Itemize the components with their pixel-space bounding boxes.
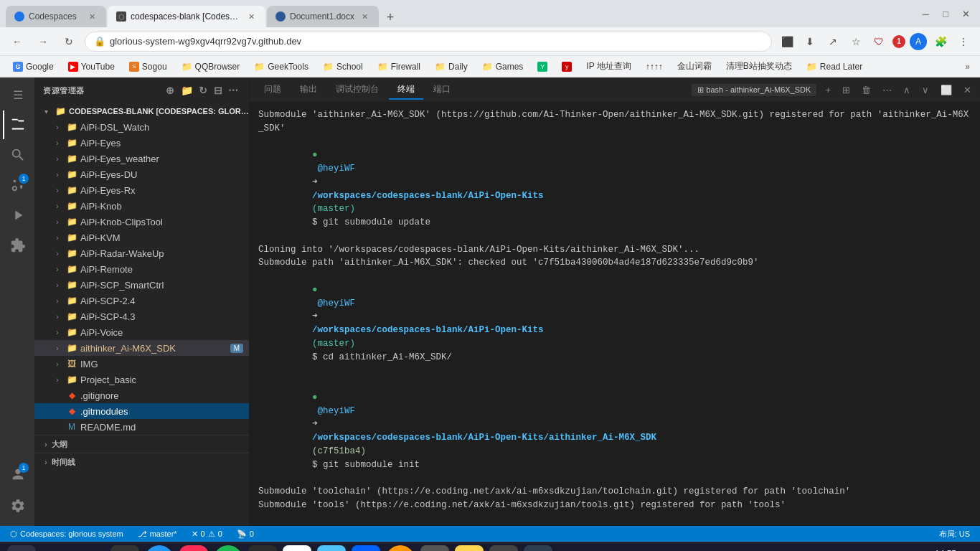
activity-settings-icon[interactable] xyxy=(3,491,32,520)
timeline-header[interactable]: › 时间线 xyxy=(34,453,249,471)
bookmark-firewall[interactable]: 📁 Firewall xyxy=(372,60,426,74)
bookmark-daily[interactable]: 📁 Daily xyxy=(429,60,473,74)
kill-terminal-btn[interactable]: 🗑 xyxy=(859,83,874,97)
bookmarks-more-button[interactable]: » xyxy=(962,60,973,73)
taskbar-spotify[interactable] xyxy=(214,545,242,552)
menu-icon[interactable]: ⋮ xyxy=(954,32,973,51)
tab-terminal[interactable]: 终端 xyxy=(389,80,423,100)
tab-vscode[interactable]: ⬡ codespaces-blank [Codespaces: glorious… xyxy=(108,6,265,27)
activity-menu-icon[interactable]: ☰ xyxy=(3,80,32,109)
tree-folder-kvm[interactable]: › 📁 AiPi-KVM xyxy=(34,230,249,245)
activity-explorer-icon[interactable] xyxy=(3,110,32,139)
taskbar-music[interactable]: 🎵 xyxy=(179,545,208,552)
bookmark-sogou[interactable]: S Sogou xyxy=(123,60,173,74)
taskbar-start-button[interactable] xyxy=(7,545,36,552)
shield-icon[interactable]: 🛡 xyxy=(870,32,888,51)
tree-folder-voice[interactable]: › 📁 AiPi-Voice xyxy=(34,324,249,340)
maximize-button[interactable]: □ xyxy=(937,5,954,22)
taskbar-chrome[interactable] xyxy=(42,545,70,552)
taskbar-figma[interactable]: F xyxy=(248,545,277,552)
activity-extensions-icon[interactable] xyxy=(3,231,32,260)
locale-status[interactable]: 布局: US xyxy=(936,529,973,540)
taskbar-nautilus[interactable]: 🗂 xyxy=(455,545,484,552)
tree-folder-dsl[interactable]: › 📁 AiPi-DSL_Watch xyxy=(34,119,249,135)
bookmark-readlater[interactable]: 📁 Read Later xyxy=(801,60,868,74)
more-options-icon[interactable]: ⋯ xyxy=(227,83,240,98)
maximize-panel-btn[interactable]: ⬜ xyxy=(938,83,955,97)
address-field[interactable]: 🔒 glorious-system-wg9xgv4qrr92vg7v.githu… xyxy=(85,32,772,52)
taskbar-clock[interactable]: 14:55 Nov 10 xyxy=(933,548,956,551)
minimize-button[interactable]: ─ xyxy=(917,5,934,22)
branch-status[interactable]: ⎇ master* xyxy=(135,529,180,539)
tree-folder-eyes-weather[interactable]: › 📁 AiPi-Eyes_weather xyxy=(34,151,249,166)
shell-label[interactable]: ⊞ bash - aithinker_Ai-M6X_SDK xyxy=(692,84,816,96)
tab-close-btn-3[interactable]: ✕ xyxy=(359,11,370,22)
bookmark-arrows[interactable]: ↑↑↑↑ xyxy=(640,60,669,74)
bookmark-geektools[interactable]: 📁 GeekTools xyxy=(248,60,314,74)
tree-folder-scp-smart[interactable]: › 📁 AiPi-SCP_SmartCtrl xyxy=(34,277,249,293)
bookmark-qqbrowser[interactable]: 📁 QQBrowser xyxy=(176,60,246,74)
tree-folder-sdk[interactable]: › 📁 aithinker_Ai-M6X_SDK M xyxy=(34,340,249,356)
tree-file-gitmodules[interactable]: ◆ .gitmodules xyxy=(34,403,249,419)
close-button[interactable]: ✕ xyxy=(957,5,974,22)
tree-folder-eyes-du[interactable]: › 📁 AiPi-Eyes-DU xyxy=(34,166,249,182)
tree-folder-project[interactable]: › 📁 Project_basic xyxy=(34,372,249,387)
tab-output[interactable]: 输出 xyxy=(291,80,326,100)
new-folder-icon[interactable]: 📁 xyxy=(179,83,195,98)
bookmark-google[interactable]: G Google xyxy=(7,60,60,74)
activity-search-icon[interactable] xyxy=(3,141,32,169)
tab-ports[interactable]: 端口 xyxy=(425,80,459,100)
scroll-up-btn[interactable]: ∧ xyxy=(900,83,913,97)
bookmark-icon[interactable]: ☆ xyxy=(847,32,865,51)
tree-folder-img[interactable]: › 🖼 IMG xyxy=(34,356,249,372)
terminal-more-btn[interactable]: ⋯ xyxy=(880,83,895,97)
taskbar-notion[interactable]: N xyxy=(283,545,311,552)
bookmark-ip[interactable]: IP 地址查询 xyxy=(580,58,636,75)
bookmark-yuque[interactable]: Y xyxy=(532,60,553,74)
activity-account-icon[interactable]: 1 xyxy=(3,460,32,489)
tree-folder-scp43[interactable]: › 📁 AiPi-SCP-4.3 xyxy=(34,309,249,324)
new-file-icon[interactable]: ⊕ xyxy=(164,83,176,98)
refresh-icon[interactable]: ↻ xyxy=(197,83,209,98)
extensions-icon[interactable]: 🧩 xyxy=(931,32,950,51)
new-tab-button[interactable]: + xyxy=(380,7,400,27)
bookmark-school[interactable]: 📁 School xyxy=(317,60,369,74)
back-button[interactable]: ← xyxy=(7,32,27,52)
tree-folder-knob[interactable]: › 📁 AiPi-Knob xyxy=(34,198,249,214)
cast-icon[interactable]: ⬛ xyxy=(778,32,796,51)
close-panel-btn[interactable]: ✕ xyxy=(961,83,974,97)
tab-close-btn-2[interactable]: ✕ xyxy=(245,11,257,22)
errors-status[interactable]: ✕ 0 ⚠ 0 xyxy=(189,529,225,539)
activity-run-icon[interactable] xyxy=(3,201,32,230)
split-editor-btn[interactable]: ⊞ xyxy=(839,83,853,97)
bookmark-youtube[interactable]: ▶ YouTube xyxy=(62,60,121,74)
tree-folder-remote[interactable]: › 📁 AiPi-Remote xyxy=(34,261,249,277)
bookmark-clean[interactable]: 清理B站抽奖动态 xyxy=(720,58,798,75)
tree-folder-eyes[interactable]: › 📁 AiPi-Eyes xyxy=(34,135,249,151)
remote-indicator[interactable]: ⬡ Codespaces: glorious system xyxy=(7,529,126,539)
taskbar-more[interactable]: » xyxy=(420,545,449,552)
taskbar-dropbox[interactable]: ☁ xyxy=(352,545,380,552)
terminal-body[interactable]: Submodule 'aithinker_Ai-M6X_SDK' (https:… xyxy=(250,103,980,526)
remote-status[interactable]: 📡 0 xyxy=(234,529,257,539)
tab-close-btn[interactable]: ✕ xyxy=(86,11,98,22)
tree-folder-scp24[interactable]: › 📁 AiPi-SCP-2.4 xyxy=(34,293,249,309)
tree-file-gitignore[interactable]: ◆ .gitignore xyxy=(34,387,249,403)
activity-source-control-icon[interactable]: 1 xyxy=(3,171,32,199)
bookmark-y[interactable]: y xyxy=(556,60,578,74)
taskbar-files[interactable]: 📁 xyxy=(76,545,105,552)
taskbar-screenshot[interactable]: 📸 xyxy=(489,545,518,552)
taskbar-keyboard[interactable]: ⌨ xyxy=(524,545,552,552)
taskbar-telegram[interactable] xyxy=(145,545,174,552)
scroll-down-btn[interactable]: ∨ xyxy=(919,83,932,97)
profile-icon[interactable]: A xyxy=(910,33,927,50)
forward-button[interactable]: → xyxy=(33,32,53,52)
split-terminal-btn[interactable]: + xyxy=(822,83,834,97)
tab-problems[interactable]: 问题 xyxy=(255,80,290,100)
tree-file-readme[interactable]: M README.md xyxy=(34,419,249,435)
tree-folder-eyes-rx[interactable]: › 📁 AiPi-Eyes-Rx xyxy=(34,182,249,198)
bookmark-games[interactable]: 📁 Games xyxy=(476,60,529,74)
tree-folder-knob-clips[interactable]: › 📁 AiPi-Knob-ClipsTool xyxy=(34,214,249,230)
tab-debug-console[interactable]: 调试控制台 xyxy=(327,80,387,100)
collapse-all-icon[interactable]: ⊟ xyxy=(212,83,225,98)
